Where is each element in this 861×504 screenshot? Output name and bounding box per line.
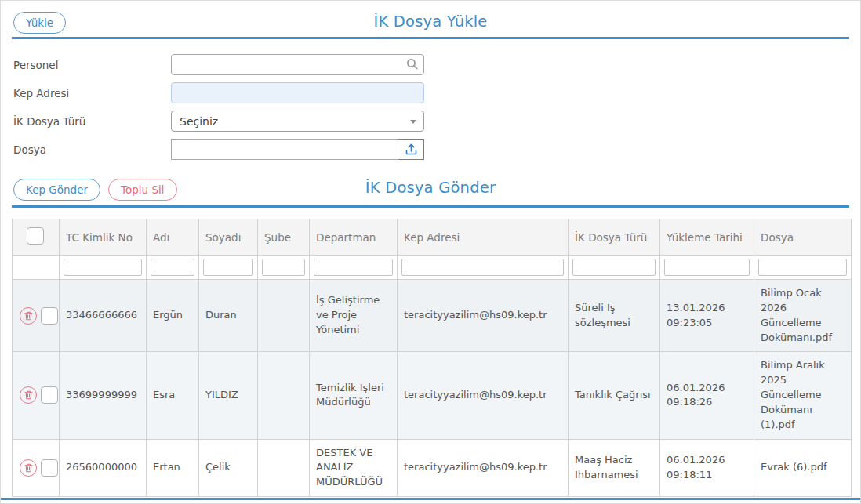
column-header-dosya: Dosya — [754, 219, 852, 256]
table-filter-row — [13, 256, 852, 280]
dosya-label: Dosya — [13, 143, 171, 156]
table-header-row: TC Kimlik No Adı Soyadı Şube Departman K… — [13, 219, 852, 256]
kep-adresi-form-row: Kep Adresi — [13, 82, 860, 103]
column-header-departman: Departman — [310, 219, 398, 256]
cell-kep-adresi: teracityyazilim@hs09.kep.tr — [398, 439, 569, 497]
upload-form: Personel Kep Adresi İK Dosya Türü Seçini… — [13, 54, 860, 160]
filter-departman-input[interactable] — [314, 259, 393, 276]
select-all-checkbox[interactable] — [27, 227, 44, 245]
ik-dosya-turu-label: İK Dosya Türü — [13, 115, 171, 128]
column-header-adi: Adı — [147, 219, 199, 256]
ik-dosya-table: TC Kimlik No Adı Soyadı Şube Departman K… — [12, 219, 852, 497]
ik-dosya-page: Yükle İK Dosya Yükle Personel Kep Adresi… — [0, 0, 861, 504]
cell-ik-dosya-turu: Süreli İş sözleşmesi — [569, 280, 660, 352]
cell-yukleme-tarihi: 06.01.2026 09:18:11 — [660, 439, 754, 497]
row-checkbox[interactable] — [41, 307, 58, 325]
upload-section-title: İK Dosya Yükle — [1, 13, 860, 31]
cell-tc-kimlik-no: 33466666666 — [60, 280, 147, 352]
upload-section-header: Yükle İK Dosya Yükle — [1, 1, 860, 37]
delete-row-button[interactable] — [20, 459, 37, 477]
column-header-tc-kimlik-no: TC Kimlik No — [60, 219, 147, 256]
cell-sube — [258, 280, 310, 352]
table-row: 26560000000 Ertan Çelik DESTEK VE ANALİZ… — [13, 439, 852, 497]
cell-tc-kimlik-no: 33699999999 — [60, 352, 147, 439]
yukle-button[interactable]: Yükle — [13, 12, 66, 34]
personel-form-row: Personel — [13, 54, 860, 75]
cell-ik-dosya-turu: Maaş Haciz İhbarnamesi — [569, 439, 660, 497]
trash-icon — [24, 311, 33, 321]
ik-dosya-turu-selected-value: Seçiniz — [180, 115, 218, 128]
kep-gonder-button[interactable]: Kep Gönder — [13, 179, 100, 201]
filter-tc-kimlik-no-input[interactable] — [64, 259, 142, 276]
cell-yukleme-tarihi: 13.01.2026 09:23:05 — [660, 280, 754, 352]
ik-dosya-turu-select[interactable]: Seçiniz — [171, 111, 424, 132]
column-header-sube: Şube — [258, 219, 310, 256]
upload-header-buttons: Yükle — [13, 12, 66, 34]
kep-adresi-label: Kep Adresi — [13, 87, 171, 100]
cell-soyadi: Duran — [199, 280, 258, 352]
upload-icon — [405, 143, 418, 156]
upload-section-divider — [12, 37, 849, 39]
cell-soyadi: YILDIZ — [199, 352, 258, 439]
cell-kep-adresi: teracityyazilim@hs09.kep.tr — [398, 352, 569, 439]
dosya-input[interactable] — [171, 139, 398, 160]
cell-adi: Esra — [147, 352, 199, 439]
cell-adi: Ergün — [147, 280, 199, 352]
table-row: 33466666666 Ergün Duran İş Geliştirme ve… — [13, 280, 852, 352]
cell-dosya: Bilimp Aralık 2025 Güncelleme Dokümanı (… — [754, 352, 852, 439]
cell-sube — [258, 439, 310, 497]
row-checkbox[interactable] — [41, 386, 58, 404]
filter-dosya-input[interactable] — [758, 259, 847, 276]
kep-adresi-input — [171, 82, 424, 103]
cell-kep-adresi: teracityyazilim@hs09.kep.tr — [398, 280, 569, 352]
cell-sube — [258, 352, 310, 439]
personel-label: Personel — [13, 59, 171, 71]
cell-adi: Ertan — [147, 439, 199, 497]
table-row: 33699999999 Esra YILDIZ Temizlik İşleri … — [13, 352, 852, 439]
column-header-kep-adresi: Kep Adresi — [398, 219, 569, 256]
send-section-header: Kep Gönder Toplu Sil İK Dosya Gönder — [1, 171, 860, 205]
delete-row-button[interactable] — [20, 307, 37, 325]
toplu-sil-button[interactable]: Toplu Sil — [108, 179, 176, 201]
personel-input[interactable] — [171, 54, 424, 75]
search-icon — [406, 58, 419, 71]
column-header-ik-dosya-turu: İK Dosya Türü — [569, 219, 660, 256]
trash-icon — [24, 390, 33, 400]
filter-kep-adresi-input[interactable] — [401, 259, 564, 276]
cell-dosya: Evrak (6).pdf — [754, 439, 852, 497]
cell-yukleme-tarihi: 06.01.2026 09:18:26 — [660, 352, 754, 439]
delete-row-button[interactable] — [20, 386, 37, 404]
dosya-upload-button[interactable] — [398, 139, 424, 160]
column-header-soyadi: Soyadı — [199, 219, 258, 256]
send-section-divider — [12, 205, 849, 208]
filter-adi-input[interactable] — [151, 259, 194, 276]
cell-dosya: Bilimp Ocak 2026 Güncelleme Dokümanı.pdf — [754, 280, 852, 352]
cell-soyadi: Çelik — [199, 439, 258, 497]
cell-departman: Temizlik İşleri Müdürlüğü — [310, 352, 398, 439]
cell-departman: DESTEK VE ANALİZ MÜDÜRLÜĞÜ — [310, 439, 398, 497]
send-header-buttons: Kep Gönder Toplu Sil — [13, 179, 177, 201]
column-header-yukleme-tarihi: Yükleme Tarihi — [660, 219, 754, 256]
dosya-form-row: Dosya — [13, 139, 860, 160]
cell-ik-dosya-turu: Tanıklık Çağrısı — [569, 352, 660, 439]
filter-soyadi-input[interactable] — [203, 259, 253, 276]
row-checkbox[interactable] — [41, 459, 58, 477]
page-bottom-accent — [1, 498, 860, 500]
filter-ik-dosya-turu-input[interactable] — [572, 259, 656, 276]
cell-tc-kimlik-no: 26560000000 — [60, 439, 147, 497]
ik-dosya-turu-form-row: İK Dosya Türü Seçiniz — [13, 111, 860, 132]
chevron-down-icon — [410, 120, 416, 124]
filter-yukleme-tarihi-input[interactable] — [664, 259, 750, 276]
trash-icon — [24, 463, 33, 473]
filter-cell-empty — [13, 256, 60, 280]
cell-departman: İş Geliştirme ve Proje Yönetimi — [310, 280, 398, 352]
filter-sube-input[interactable] — [262, 259, 305, 276]
